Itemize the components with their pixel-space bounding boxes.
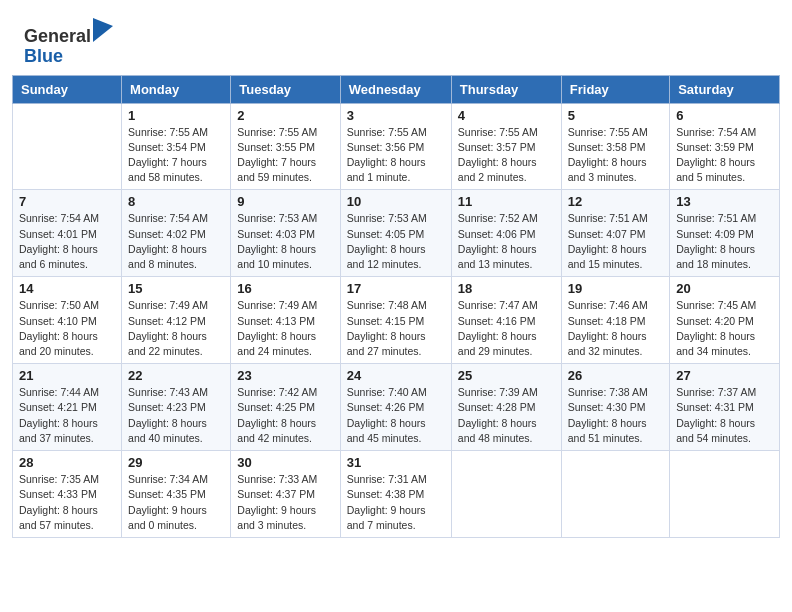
calendar-cell: 12Sunrise: 7:51 AMSunset: 4:07 PMDayligh… <box>561 190 669 277</box>
day-number: 20 <box>676 281 773 296</box>
day-info: Sunrise: 7:33 AMSunset: 4:37 PMDaylight:… <box>237 472 333 533</box>
day-info: Sunrise: 7:40 AMSunset: 4:26 PMDaylight:… <box>347 385 445 446</box>
calendar-cell: 4Sunrise: 7:55 AMSunset: 3:57 PMDaylight… <box>451 103 561 190</box>
day-header-saturday: Saturday <box>670 75 780 103</box>
day-number: 31 <box>347 455 445 470</box>
day-number: 2 <box>237 108 333 123</box>
day-number: 25 <box>458 368 555 383</box>
calendar-cell: 5Sunrise: 7:55 AMSunset: 3:58 PMDaylight… <box>561 103 669 190</box>
day-header-tuesday: Tuesday <box>231 75 340 103</box>
calendar-cell: 23Sunrise: 7:42 AMSunset: 4:25 PMDayligh… <box>231 364 340 451</box>
day-number: 17 <box>347 281 445 296</box>
day-header-wednesday: Wednesday <box>340 75 451 103</box>
day-info: Sunrise: 7:48 AMSunset: 4:15 PMDaylight:… <box>347 298 445 359</box>
day-info: Sunrise: 7:55 AMSunset: 3:58 PMDaylight:… <box>568 125 663 186</box>
day-number: 7 <box>19 194 115 209</box>
day-info: Sunrise: 7:37 AMSunset: 4:31 PMDaylight:… <box>676 385 773 446</box>
day-info: Sunrise: 7:35 AMSunset: 4:33 PMDaylight:… <box>19 472 115 533</box>
day-info: Sunrise: 7:51 AMSunset: 4:09 PMDaylight:… <box>676 211 773 272</box>
day-info: Sunrise: 7:55 AMSunset: 3:56 PMDaylight:… <box>347 125 445 186</box>
calendar-cell: 30Sunrise: 7:33 AMSunset: 4:37 PMDayligh… <box>231 451 340 538</box>
calendar-cell: 9Sunrise: 7:53 AMSunset: 4:03 PMDaylight… <box>231 190 340 277</box>
day-number: 22 <box>128 368 224 383</box>
day-info: Sunrise: 7:54 AMSunset: 3:59 PMDaylight:… <box>676 125 773 186</box>
week-row-4: 28Sunrise: 7:35 AMSunset: 4:33 PMDayligh… <box>13 451 780 538</box>
calendar-cell: 29Sunrise: 7:34 AMSunset: 4:35 PMDayligh… <box>122 451 231 538</box>
day-info: Sunrise: 7:34 AMSunset: 4:35 PMDaylight:… <box>128 472 224 533</box>
calendar-cell: 2Sunrise: 7:55 AMSunset: 3:55 PMDaylight… <box>231 103 340 190</box>
day-header-monday: Monday <box>122 75 231 103</box>
day-number: 23 <box>237 368 333 383</box>
day-header-thursday: Thursday <box>451 75 561 103</box>
day-info: Sunrise: 7:55 AMSunset: 3:57 PMDaylight:… <box>458 125 555 186</box>
calendar-cell: 20Sunrise: 7:45 AMSunset: 4:20 PMDayligh… <box>670 277 780 364</box>
calendar-cell: 13Sunrise: 7:51 AMSunset: 4:09 PMDayligh… <box>670 190 780 277</box>
day-info: Sunrise: 7:53 AMSunset: 4:05 PMDaylight:… <box>347 211 445 272</box>
calendar-cell: 8Sunrise: 7:54 AMSunset: 4:02 PMDaylight… <box>122 190 231 277</box>
logo-blue-text: Blue <box>24 46 63 66</box>
week-row-2: 14Sunrise: 7:50 AMSunset: 4:10 PMDayligh… <box>13 277 780 364</box>
day-info: Sunrise: 7:38 AMSunset: 4:30 PMDaylight:… <box>568 385 663 446</box>
calendar-cell: 18Sunrise: 7:47 AMSunset: 4:16 PMDayligh… <box>451 277 561 364</box>
calendar-cell: 26Sunrise: 7:38 AMSunset: 4:30 PMDayligh… <box>561 364 669 451</box>
day-info: Sunrise: 7:49 AMSunset: 4:12 PMDaylight:… <box>128 298 224 359</box>
logo-icon <box>93 18 113 42</box>
day-header-friday: Friday <box>561 75 669 103</box>
calendar-cell: 6Sunrise: 7:54 AMSunset: 3:59 PMDaylight… <box>670 103 780 190</box>
day-number: 26 <box>568 368 663 383</box>
svg-marker-0 <box>93 18 113 42</box>
day-info: Sunrise: 7:47 AMSunset: 4:16 PMDaylight:… <box>458 298 555 359</box>
logo-general-text: General <box>24 26 91 46</box>
week-row-3: 21Sunrise: 7:44 AMSunset: 4:21 PMDayligh… <box>13 364 780 451</box>
day-info: Sunrise: 7:52 AMSunset: 4:06 PMDaylight:… <box>458 211 555 272</box>
calendar-cell <box>561 451 669 538</box>
day-number: 4 <box>458 108 555 123</box>
day-number: 5 <box>568 108 663 123</box>
calendar-container: SundayMondayTuesdayWednesdayThursdayFrid… <box>0 75 792 550</box>
calendar-cell <box>670 451 780 538</box>
day-number: 10 <box>347 194 445 209</box>
calendar-cell: 27Sunrise: 7:37 AMSunset: 4:31 PMDayligh… <box>670 364 780 451</box>
week-row-1: 7Sunrise: 7:54 AMSunset: 4:01 PMDaylight… <box>13 190 780 277</box>
day-number: 8 <box>128 194 224 209</box>
day-number: 29 <box>128 455 224 470</box>
day-info: Sunrise: 7:50 AMSunset: 4:10 PMDaylight:… <box>19 298 115 359</box>
day-number: 1 <box>128 108 224 123</box>
day-info: Sunrise: 7:44 AMSunset: 4:21 PMDaylight:… <box>19 385 115 446</box>
day-header-sunday: Sunday <box>13 75 122 103</box>
calendar-cell: 25Sunrise: 7:39 AMSunset: 4:28 PMDayligh… <box>451 364 561 451</box>
day-number: 11 <box>458 194 555 209</box>
day-number: 19 <box>568 281 663 296</box>
day-info: Sunrise: 7:55 AMSunset: 3:55 PMDaylight:… <box>237 125 333 186</box>
day-info: Sunrise: 7:31 AMSunset: 4:38 PMDaylight:… <box>347 472 445 533</box>
calendar-cell: 31Sunrise: 7:31 AMSunset: 4:38 PMDayligh… <box>340 451 451 538</box>
day-number: 18 <box>458 281 555 296</box>
day-info: Sunrise: 7:54 AMSunset: 4:01 PMDaylight:… <box>19 211 115 272</box>
calendar-cell <box>451 451 561 538</box>
day-number: 21 <box>19 368 115 383</box>
day-info: Sunrise: 7:51 AMSunset: 4:07 PMDaylight:… <box>568 211 663 272</box>
calendar-cell: 15Sunrise: 7:49 AMSunset: 4:12 PMDayligh… <box>122 277 231 364</box>
day-number: 27 <box>676 368 773 383</box>
calendar-header-row: SundayMondayTuesdayWednesdayThursdayFrid… <box>13 75 780 103</box>
page-header: General Blue <box>0 0 792 75</box>
day-info: Sunrise: 7:54 AMSunset: 4:02 PMDaylight:… <box>128 211 224 272</box>
calendar-table: SundayMondayTuesdayWednesdayThursdayFrid… <box>12 75 780 538</box>
calendar-cell: 1Sunrise: 7:55 AMSunset: 3:54 PMDaylight… <box>122 103 231 190</box>
calendar-cell: 21Sunrise: 7:44 AMSunset: 4:21 PMDayligh… <box>13 364 122 451</box>
week-row-0: 1Sunrise: 7:55 AMSunset: 3:54 PMDaylight… <box>13 103 780 190</box>
day-number: 28 <box>19 455 115 470</box>
calendar-cell: 17Sunrise: 7:48 AMSunset: 4:15 PMDayligh… <box>340 277 451 364</box>
day-number: 6 <box>676 108 773 123</box>
day-info: Sunrise: 7:39 AMSunset: 4:28 PMDaylight:… <box>458 385 555 446</box>
calendar-cell <box>13 103 122 190</box>
day-info: Sunrise: 7:46 AMSunset: 4:18 PMDaylight:… <box>568 298 663 359</box>
logo: General Blue <box>24 18 113 67</box>
calendar-cell: 24Sunrise: 7:40 AMSunset: 4:26 PMDayligh… <box>340 364 451 451</box>
calendar-cell: 19Sunrise: 7:46 AMSunset: 4:18 PMDayligh… <box>561 277 669 364</box>
calendar-cell: 10Sunrise: 7:53 AMSunset: 4:05 PMDayligh… <box>340 190 451 277</box>
day-info: Sunrise: 7:55 AMSunset: 3:54 PMDaylight:… <box>128 125 224 186</box>
calendar-cell: 22Sunrise: 7:43 AMSunset: 4:23 PMDayligh… <box>122 364 231 451</box>
calendar-cell: 7Sunrise: 7:54 AMSunset: 4:01 PMDaylight… <box>13 190 122 277</box>
day-number: 14 <box>19 281 115 296</box>
